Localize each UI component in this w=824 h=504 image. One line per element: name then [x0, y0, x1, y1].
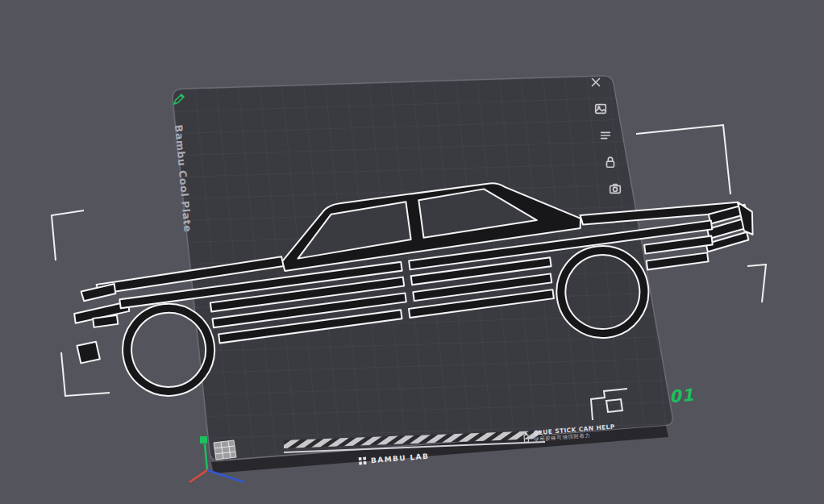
- lock-plate-button[interactable]: [601, 152, 620, 172]
- z-axis-cube: [200, 436, 207, 444]
- plate-number: 01: [668, 385, 695, 407]
- delete-plate-button[interactable]: [586, 73, 606, 92]
- lock-icon: [603, 155, 618, 169]
- origin-grid-square: [214, 440, 236, 460]
- close-icon: [589, 75, 603, 90]
- list-icon: [598, 128, 613, 143]
- 3d-viewport[interactable]: Bambu Cool Plate: [0, 0, 824, 504]
- plate-snapshot-button[interactable]: [606, 179, 625, 198]
- camera-icon: [608, 181, 622, 196]
- image-icon: [593, 102, 608, 116]
- x-axis: [189, 470, 207, 482]
- selection-bracket-top-right: [636, 125, 730, 194]
- pencil-icon: [172, 92, 186, 106]
- car-rear-face: [738, 201, 755, 236]
- glue-stick-icon: [522, 431, 531, 444]
- bambu-logo-icon: [358, 456, 368, 466]
- edit-plate-name-button[interactable]: [171, 92, 187, 108]
- plate-settings-button[interactable]: [596, 126, 615, 145]
- scene-canvas: [0, 0, 824, 504]
- plate-image-button[interactable]: [591, 99, 610, 119]
- selection-bracket-right: [747, 264, 766, 302]
- car-trim-slat: [647, 252, 709, 269]
- z-axis: [205, 444, 207, 470]
- car-front-valance: [77, 341, 100, 363]
- car-trim-slat: [644, 236, 713, 254]
- selection-bracket-top-left: [52, 210, 84, 260]
